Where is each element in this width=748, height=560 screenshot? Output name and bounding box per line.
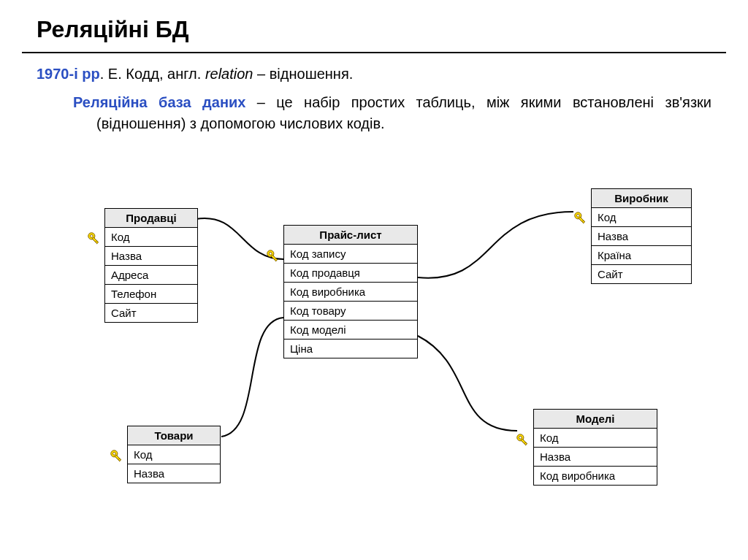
field: Код продавця — [284, 264, 417, 283]
key-icon — [86, 231, 102, 247]
field: Код виробника — [284, 283, 417, 302]
field: Код — [105, 228, 197, 247]
body-text: 1970-і рр. Е. Кодд, англ. relation – від… — [0, 64, 748, 134]
field: Назва — [105, 247, 197, 266]
field: Код — [128, 445, 220, 464]
entity-manufacturer-title: Виробник — [592, 189, 691, 208]
term-highlight: Реляційна база даних — [73, 94, 245, 110]
svg-point-17 — [519, 437, 522, 440]
entity-sellers: Продавці Код Назва Адреса Телефон Сайт — [104, 208, 198, 323]
field: Код товару — [284, 302, 417, 321]
field: Ціна — [284, 340, 417, 358]
relation-italic: relation — [205, 66, 253, 82]
field: Код виробника — [534, 467, 657, 485]
entity-sellers-title: Продавці — [105, 209, 197, 228]
intro-line-1: 1970-і рр. Е. Кодд, англ. relation – від… — [37, 64, 711, 85]
svg-point-13 — [113, 453, 116, 456]
slide-title: Реляційні БД — [0, 0, 748, 52]
field: Код запису — [284, 245, 417, 264]
field: Назва — [128, 464, 220, 483]
entity-goods: Товари Код Назва — [127, 426, 221, 483]
entity-goods-title: Товари — [128, 426, 220, 445]
svg-point-5 — [270, 253, 272, 256]
er-diagram-canvas: Продавці Код Назва Адреса Телефон Сайт П… — [0, 175, 748, 540]
svg-point-9 — [577, 215, 580, 218]
field: Адреса — [105, 266, 197, 285]
title-divider — [22, 52, 726, 53]
entity-models: Моделі Код Назва Код виробника — [533, 409, 657, 486]
entity-models-title: Моделі — [534, 410, 657, 429]
field: Країна — [592, 246, 691, 265]
field: Назва — [534, 448, 657, 467]
field: Сайт — [105, 304, 197, 322]
key-icon — [109, 448, 125, 464]
key-icon — [515, 432, 531, 448]
field: Код — [534, 429, 657, 448]
key-icon — [573, 210, 589, 226]
field: Телефон — [105, 285, 197, 304]
field: Сайт — [592, 265, 691, 283]
entity-pricelist: Прайс-лист Код запису Код продавця Код в… — [283, 225, 418, 358]
key-icon — [265, 248, 281, 264]
entity-manufacturer: Виробник Код Назва Країна Сайт — [591, 188, 692, 284]
field: Назва — [592, 227, 691, 246]
intro-line-2: Реляційна база даних – це набір простих … — [37, 92, 711, 134]
svg-point-1 — [91, 235, 94, 238]
field: Код моделі — [284, 321, 417, 340]
field: Код — [592, 208, 691, 227]
entity-pricelist-title: Прайс-лист — [284, 226, 417, 245]
year-highlight: 1970-і рр — [37, 66, 100, 82]
